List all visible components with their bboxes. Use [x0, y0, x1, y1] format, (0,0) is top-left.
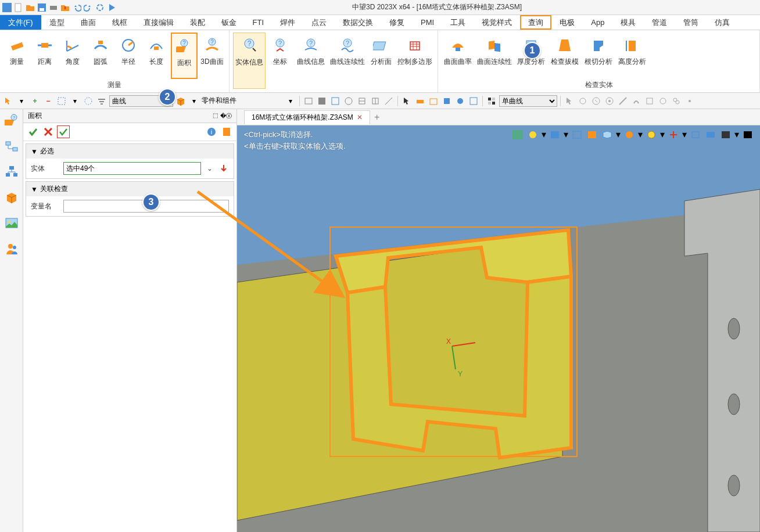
- tab-add[interactable]: +: [370, 112, 384, 123]
- menu-app[interactable]: App: [583, 15, 612, 30]
- tool-icon-k[interactable]: [454, 95, 466, 107]
- vt-4[interactable]: [571, 129, 583, 141]
- rbtn-curveinfo[interactable]: ?曲线信息: [295, 33, 327, 89]
- menu-sheetmetal[interactable]: 钣金: [213, 15, 245, 30]
- tool-icon-d[interactable]: [343, 95, 354, 107]
- section-assoc-header[interactable]: ▼ 关联检查: [26, 182, 234, 196]
- tool-icon-i[interactable]: [428, 95, 439, 107]
- tool-icon-h[interactable]: [414, 95, 426, 107]
- tool-r5[interactable]: [617, 95, 629, 107]
- tool-box3d[interactable]: [175, 95, 187, 107]
- tool-r8[interactable]: [657, 95, 669, 107]
- save-icon[interactable]: [37, 3, 46, 12]
- menu-file[interactable]: 文件(F): [0, 15, 41, 30]
- rbtn-radius[interactable]: 半径: [115, 33, 142, 79]
- tool-r3[interactable]: [590, 95, 602, 107]
- sb-box-icon[interactable]: [3, 189, 20, 206]
- tool-r4[interactable]: [604, 95, 615, 107]
- tool-r7[interactable]: [644, 95, 655, 107]
- tab-document[interactable]: 16M塔式立体循环种植架.Z3ASM ✕: [244, 110, 370, 124]
- rbtn-entityinfo[interactable]: ?实体信息: [233, 33, 266, 89]
- menu-weld[interactable]: 焊件: [272, 15, 303, 30]
- section-required-header[interactable]: ▼ 必选: [26, 144, 234, 159]
- vt-8[interactable]: [645, 129, 658, 141]
- undo-icon[interactable]: [72, 3, 81, 12]
- sb-area-icon[interactable]: ?: [3, 113, 20, 129]
- menu-tube[interactable]: 管筒: [675, 15, 707, 30]
- rbtn-measure[interactable]: 测量: [3, 33, 30, 79]
- tool-r10[interactable]: [684, 95, 696, 107]
- menu-pointcloud[interactable]: 点云: [303, 15, 335, 30]
- print-icon[interactable]: [49, 3, 58, 12]
- tool-r6[interactable]: [630, 95, 642, 107]
- tool-box3d-dd[interactable]: ▾: [188, 95, 200, 107]
- vt-1[interactable]: [511, 129, 524, 141]
- menu-repair[interactable]: 修复: [381, 15, 413, 30]
- tool-dotted-rect[interactable]: [56, 95, 67, 107]
- rbtn-coord[interactable]: ?坐标: [267, 33, 293, 89]
- tool-icon-f[interactable]: [370, 95, 381, 107]
- tool-filter[interactable]: [96, 95, 107, 107]
- tool-icon-m[interactable]: [486, 95, 497, 107]
- rbtn-arc[interactable]: 圆弧: [87, 33, 114, 79]
- tool-icon-j[interactable]: [441, 95, 453, 107]
- rbtn-surfcurv[interactable]: 曲面曲率: [442, 33, 474, 79]
- tool-select-curve[interactable]: 单曲线: [499, 95, 557, 107]
- tool-sel-dropdown[interactable]: ▾: [16, 95, 27, 107]
- menu-directedit[interactable]: 直接编辑: [135, 15, 182, 30]
- open-icon[interactable]: [26, 3, 35, 12]
- menu-visualstyle[interactable]: 视觉样式: [474, 15, 520, 30]
- panel-close-icon[interactable]: �ⓧ: [220, 112, 232, 120]
- new-icon[interactable]: [14, 3, 23, 12]
- rbtn-draft[interactable]: 检查拔模: [549, 33, 581, 79]
- rbtn-length[interactable]: 长度: [143, 33, 170, 79]
- tool-icon-l[interactable]: [468, 95, 479, 107]
- menu-fti[interactable]: FTI: [245, 15, 273, 30]
- sb-image-icon[interactable]: [3, 215, 20, 231]
- menu-surface[interactable]: 曲面: [73, 15, 104, 30]
- tool-dotted-circle[interactable]: [83, 95, 94, 107]
- vt-7[interactable]: [623, 129, 636, 141]
- tab-close-icon[interactable]: ✕: [357, 113, 363, 121]
- menu-mold[interactable]: 模具: [612, 15, 644, 30]
- tool-minus[interactable]: −: [42, 95, 54, 107]
- canvas-3d[interactable]: <Ctrl-pick>取消选择. <单击右键>获取实体输入选项. ▾ ▾ ▾ ▾…: [237, 125, 760, 532]
- tool-r9[interactable]: [671, 95, 682, 107]
- sb-tree-icon[interactable]: [3, 138, 20, 154]
- vt-6[interactable]: [601, 129, 614, 141]
- sb-hierarchy-icon[interactable]: [3, 164, 20, 180]
- rbtn-angle[interactable]: 角度: [59, 33, 86, 79]
- menu-pipe[interactable]: 管道: [644, 15, 675, 30]
- rbtn-distance[interactable]: 距离: [31, 33, 58, 79]
- input-entity[interactable]: [63, 162, 201, 175]
- play-icon[interactable]: [107, 3, 116, 12]
- menu-pmi[interactable]: PMI: [413, 15, 442, 30]
- vt-13[interactable]: [741, 129, 754, 141]
- tool-icon-e[interactable]: [356, 95, 368, 107]
- tool-icon-c[interactable]: [329, 95, 341, 107]
- entity-pick[interactable]: [218, 162, 229, 175]
- tool-scope-dd[interactable]: ▾: [285, 95, 296, 107]
- rbtn-3dcurve[interactable]: ?3D曲面: [199, 33, 225, 79]
- redo-icon[interactable]: [84, 3, 93, 12]
- import-icon[interactable]: [60, 3, 70, 12]
- sb-user-icon[interactable]: [3, 240, 20, 257]
- menu-dataexchange[interactable]: 数据交换: [335, 15, 381, 30]
- vt-9[interactable]: [667, 129, 680, 141]
- vt-11[interactable]: [704, 129, 717, 141]
- refresh-icon[interactable]: [95, 3, 105, 12]
- tool-select-arrow[interactable]: [2, 95, 14, 107]
- tool-icon-g[interactable]: [383, 95, 395, 107]
- vt-10[interactable]: [689, 129, 702, 141]
- rbtn-curvecont[interactable]: ?曲线连续性: [328, 33, 367, 89]
- menu-electrode[interactable]: 电极: [551, 15, 583, 30]
- tool-arrow-icon[interactable]: [401, 95, 413, 107]
- cmd-info[interactable]: i: [205, 125, 218, 138]
- menu-simulation[interactable]: 仿真: [707, 15, 738, 30]
- rbtn-ctrlpoly[interactable]: 控制多边形: [396, 33, 434, 89]
- cmd-ok[interactable]: [27, 125, 40, 138]
- rbtn-height[interactable]: 高度分析: [616, 33, 648, 79]
- tool-more1[interactable]: ▾: [69, 95, 81, 107]
- menu-modeling[interactable]: 造型: [41, 15, 73, 30]
- entity-dropdown[interactable]: ⌄: [205, 162, 215, 175]
